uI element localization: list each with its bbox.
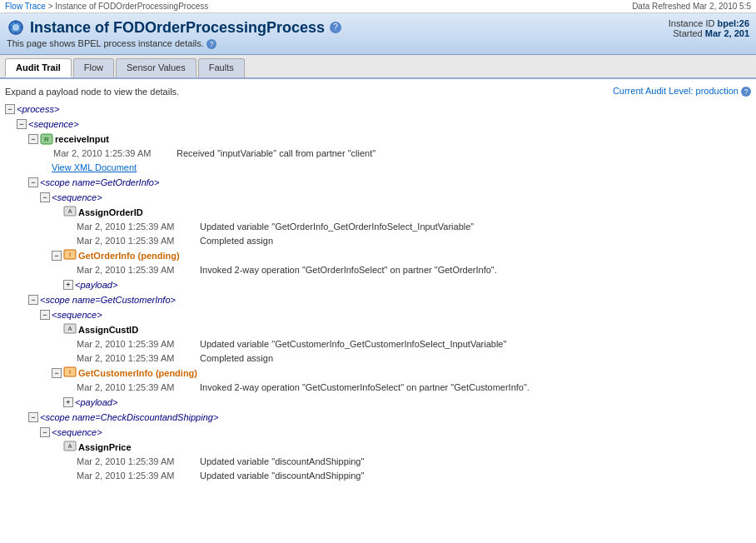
scope3-tag: <scope name=CheckDiscountandShipping> — [40, 411, 218, 424]
breadcrumb: Flow Trace > Instance of FODOrderProcess… — [5, 2, 208, 11]
seq2-tag: <sequence> — [52, 191, 102, 204]
svg-point-1 — [12, 24, 19, 31]
assign1-ev2-text: Completed assign — [200, 235, 273, 247]
receive-event-row: Mar 2, 2010 1:25:39 AM Received "inputVa… — [5, 147, 751, 161]
receive-node-label: receiveInput — [55, 132, 109, 146]
audit-level-help-icon[interactable]: ? — [741, 87, 751, 97]
audit-level-text: Current Audit Level: production — [613, 86, 739, 96]
page-header: Instance of FODOrderProcessingProcess ? … — [0, 13, 756, 55]
assign3-icon: A — [63, 441, 77, 451]
instance-id-label: Instance ID — [669, 18, 715, 28]
assign1-icon: A — [63, 206, 77, 217]
assign3-ev2-text: Updated variable "discountAndShipping" — [200, 470, 364, 482]
assign3-node-label: AssignPrice — [78, 441, 132, 454]
svg-text:A: A — [68, 208, 72, 214]
seq1-row: − <sequence> — [5, 117, 751, 132]
invoke2-node-label: GetCustomerInfo (pending) — [78, 366, 197, 380]
invoke1-icon: I — [63, 249, 77, 260]
instance-id-value: bpel:26 — [717, 18, 749, 28]
started-label: Started — [673, 28, 702, 38]
invoke2-icon: I — [63, 366, 77, 377]
process-toggle[interactable]: − — [5, 104, 15, 114]
payload1-tag: <payload> — [75, 278, 117, 291]
data-refreshed-label: Data Refreshed Mar 2, 2010 5:5 — [632, 2, 751, 11]
invoke1-node-label: GetOrderInfo (pending) — [78, 249, 180, 262]
invoke2-ts: Mar 2, 2010 1:25:39 AM — [75, 381, 200, 394]
assign1-node-label: AssignOrderID — [78, 206, 143, 219]
assign3-ev2-row: Mar 2, 2010 1:25:39 AM Updated variable … — [5, 469, 751, 483]
invoke2-ev-text: Invoked 2-way operation "GetCustomerInfo… — [200, 381, 530, 394]
assign3-row: A AssignPrice — [5, 440, 751, 455]
expand-hint-row: Expand a payload node to view the detail… — [5, 82, 751, 100]
breadcrumb-flow-trace[interactable]: Flow Trace — [5, 2, 46, 11]
invoke1-ev-row: Mar 2, 2010 1:25:39 AM Invoked 2-way ope… — [5, 263, 751, 277]
assign1-ev1-row: Mar 2, 2010 1:25:39 AM Updated variable … — [5, 220, 751, 234]
assign3-ev1-row: Mar 2, 2010 1:25:39 AM Updated variable … — [5, 455, 751, 469]
payload1-row: + <payload> — [5, 277, 751, 292]
assign1-ts2: Mar 2, 2010 1:25:39 AM — [75, 235, 200, 247]
invoke2-toggle[interactable]: − — [52, 368, 62, 378]
assign3-ts2: Mar 2, 2010 1:25:39 AM — [75, 470, 200, 482]
assign2-ev1-row: Mar 2, 2010 1:25:39 AM Updated variable … — [5, 337, 751, 351]
page-subtitle: This page shows BPEL process instance de… — [7, 38, 341, 49]
assign1-ev1-text: Updated variable "GetOrderInfo_GetOrderI… — [200, 221, 474, 233]
process-tag: <process> — [17, 102, 59, 116]
scope2-toggle[interactable]: − — [28, 295, 38, 305]
payload2-toggle[interactable]: + — [63, 397, 73, 407]
invoke1-toggle[interactable]: − — [52, 251, 62, 261]
assign2-ev2-row: Mar 2, 2010 1:25:39 AM Completed assign — [5, 351, 751, 366]
receive-row: − R receiveInput — [5, 132, 751, 147]
top-bar: Flow Trace > Instance of FODOrderProcess… — [0, 0, 756, 13]
assign2-ev2-text: Completed assign — [200, 352, 273, 365]
payload2-tag: <payload> — [75, 396, 117, 409]
assign2-ts2: Mar 2, 2010 1:25:39 AM — [75, 352, 200, 365]
receive-event-text: Received "inputVariable" call from partn… — [177, 147, 376, 160]
svg-text:A: A — [68, 443, 72, 449]
content-area: Expand a payload node to view the detail… — [0, 79, 756, 488]
assign1-ts1: Mar 2, 2010 1:25:39 AM — [75, 221, 200, 233]
instance-info: Instance ID bpel:26 Started Mar 2, 201 — [669, 18, 749, 38]
subtitle-help-icon[interactable]: ? — [206, 39, 216, 49]
svg-text:R: R — [44, 136, 49, 143]
assign2-row: A AssignCustID — [5, 322, 751, 337]
tab-flow[interactable]: Flow — [73, 58, 114, 77]
seq3-tag: <sequence> — [52, 308, 102, 321]
scope1-row: − <scope name=GetOrderInfo> — [5, 175, 751, 190]
seq1-tag: <sequence> — [28, 117, 79, 131]
title-help-icon[interactable]: ? — [330, 22, 341, 33]
invoke1-ts: Mar 2, 2010 1:25:39 AM — [75, 264, 200, 276]
tab-sensor-values[interactable]: Sensor Values — [116, 58, 196, 77]
audit-tree: − <process> − <sequence> − R receiveInpu… — [5, 100, 751, 485]
scope1-toggle[interactable]: − — [28, 177, 38, 187]
scope3-toggle[interactable]: − — [28, 412, 38, 422]
assign2-ev1-text: Updated variable "GetCustomerInfo_GetCus… — [200, 338, 506, 351]
invoke1-row: − I GetOrderInfo (pending) — [5, 248, 751, 263]
invoke2-ev-row: Mar 2, 2010 1:25:39 AM Invoked 2-way ope… — [5, 381, 751, 395]
assign1-row: A AssignOrderID — [5, 205, 751, 220]
tab-audit-trail[interactable]: Audit Trail — [5, 58, 72, 77]
tabs-bar: Audit Trail Flow Sensor Values Faults — [0, 55, 756, 79]
invoke2-row: − I GetCustomerInfo (pending) — [5, 366, 751, 381]
seq3-toggle[interactable]: − — [40, 310, 50, 320]
seq2-row: − <sequence> — [5, 190, 751, 205]
seq4-tag: <sequence> — [52, 426, 102, 439]
scope2-tag: <scope name=GetCustomerInfo> — [40, 293, 176, 306]
assign3-ts1: Mar 2, 2010 1:25:39 AM — [75, 456, 200, 468]
seq1-toggle[interactable]: − — [17, 119, 27, 129]
seq4-toggle[interactable]: − — [40, 427, 50, 437]
page-title: Instance of FODOrderProcessingProcess — [30, 19, 325, 37]
seq4-row: − <sequence> — [5, 425, 751, 440]
tab-faults[interactable]: Faults — [198, 58, 245, 77]
payload2-row: + <payload> — [5, 395, 751, 410]
process-icon — [7, 18, 25, 37]
assign3-ev1-text: Updated variable "discountAndShipping" — [200, 456, 364, 468]
seq2-toggle[interactable]: − — [40, 192, 50, 202]
payload1-toggle[interactable]: + — [63, 280, 73, 290]
invoke1-ev-text: Invoked 2-way operation "GetOrderInfoSel… — [200, 264, 497, 276]
assign2-ts1: Mar 2, 2010 1:25:39 AM — [75, 338, 200, 351]
started-value: Mar 2, 201 — [705, 28, 749, 38]
breadcrumb-current: Instance of FODOrderProcessingProcess — [55, 2, 208, 11]
view-xml-link[interactable]: View XML Document — [52, 162, 137, 174]
receive-toggle[interactable]: − — [28, 134, 38, 144]
audit-level-area: Current Audit Level: production ? — [613, 86, 751, 97]
